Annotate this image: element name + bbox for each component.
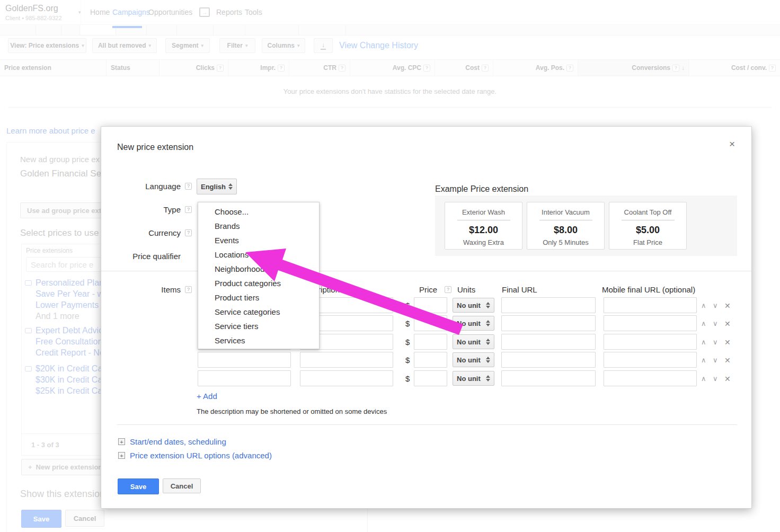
card-name: Exterior Wash bbox=[445, 208, 522, 216]
move-up-icon[interactable]: ∧ bbox=[701, 320, 706, 327]
type-option-service-tiers[interactable]: Service tiers bbox=[198, 319, 319, 333]
dates-scheduling-expander[interactable]: + Start/end dates, scheduling bbox=[118, 437, 226, 446]
type-dropdown-menu: Choose... Brands Events Locations Neighb… bbox=[198, 202, 320, 349]
item-mobile-url-input[interactable] bbox=[604, 370, 697, 386]
help-icon[interactable]: ? bbox=[185, 206, 192, 213]
cancel-button[interactable]: Cancel bbox=[163, 478, 201, 493]
item-price-input[interactable] bbox=[414, 370, 447, 386]
item-units-select[interactable]: No unit bbox=[453, 316, 494, 331]
item-units-select[interactable]: No unit bbox=[453, 298, 494, 313]
item-price-input[interactable] bbox=[414, 297, 447, 313]
item-row: $ No unit ∧ ∨ ✕ bbox=[101, 370, 751, 386]
section-divider bbox=[117, 424, 737, 425]
type-option-neighborhoods[interactable]: Neighborhoods bbox=[198, 262, 319, 276]
type-option-service-categories[interactable]: Service categories bbox=[198, 305, 319, 319]
type-option-locations[interactable]: Locations bbox=[198, 247, 319, 262]
move-down-icon[interactable]: ∨ bbox=[713, 375, 718, 383]
item-price-input[interactable] bbox=[414, 352, 447, 368]
card-divider bbox=[539, 220, 592, 220]
card-name: Interior Vacuum bbox=[527, 208, 604, 216]
save-button[interactable]: Save bbox=[118, 478, 159, 494]
example-heading: Example Price extension bbox=[435, 184, 528, 194]
item-header-input[interactable] bbox=[198, 352, 291, 368]
spinner-icon bbox=[486, 375, 490, 382]
remove-row-icon[interactable]: ✕ bbox=[724, 338, 731, 347]
item-price-input[interactable] bbox=[414, 334, 447, 350]
type-label: Type bbox=[101, 205, 181, 214]
help-icon[interactable]: ? bbox=[185, 183, 192, 190]
language-select[interactable]: English bbox=[197, 179, 237, 194]
remove-row-icon[interactable]: ✕ bbox=[724, 302, 731, 310]
item-row: $ No unit ∧ ∨ ✕ bbox=[101, 352, 751, 368]
item-mobile-url-input[interactable] bbox=[604, 297, 697, 313]
move-down-icon[interactable]: ∨ bbox=[713, 338, 718, 346]
card-divider bbox=[457, 220, 510, 220]
example-card: Exterior Wash $12.00 Waxing Extra bbox=[445, 202, 522, 250]
item-final-url-input[interactable] bbox=[501, 370, 596, 386]
expand-icon: + bbox=[118, 438, 125, 445]
remove-row-icon[interactable]: ✕ bbox=[724, 320, 731, 328]
item-description-input[interactable] bbox=[300, 370, 393, 386]
add-row-link[interactable]: + Add bbox=[197, 392, 217, 401]
move-down-icon[interactable]: ∨ bbox=[713, 302, 718, 309]
move-up-icon[interactable]: ∧ bbox=[701, 338, 706, 346]
example-panel: Exterior Wash $12.00 Waxing Extra Interi… bbox=[435, 196, 737, 256]
help-icon[interactable]: ? bbox=[185, 286, 192, 293]
currency-label: Currency bbox=[101, 228, 181, 237]
help-icon[interactable]: ? bbox=[185, 229, 192, 236]
units-value: No unit bbox=[457, 320, 481, 327]
col-final-url-label: Final URL bbox=[502, 285, 537, 294]
move-down-icon[interactable]: ∨ bbox=[713, 320, 718, 327]
col-units-label: Units bbox=[457, 285, 475, 294]
remove-row-icon[interactable]: ✕ bbox=[724, 356, 731, 365]
type-option-brands[interactable]: Brands bbox=[198, 219, 319, 233]
language-label: Language bbox=[101, 182, 181, 191]
card-price: $12.00 bbox=[445, 225, 522, 236]
spinner-icon bbox=[486, 339, 490, 345]
type-option-services[interactable]: Services bbox=[198, 333, 319, 348]
help-icon[interactable]: ? bbox=[445, 286, 451, 293]
item-price-input[interactable] bbox=[414, 315, 447, 331]
move-down-icon[interactable]: ∨ bbox=[713, 356, 718, 364]
close-icon[interactable]: × bbox=[729, 140, 735, 148]
type-option-events[interactable]: Events bbox=[198, 233, 319, 247]
units-value: No unit bbox=[457, 356, 481, 364]
spinner-icon bbox=[486, 302, 490, 308]
dialog-title: New price extension bbox=[117, 143, 193, 152]
example-card: Coolant Top Off $5.00 Flat Price bbox=[609, 202, 687, 250]
type-option-choose[interactable]: Choose... bbox=[198, 205, 319, 219]
type-option-product-tiers[interactable]: Product tiers bbox=[198, 290, 319, 305]
move-up-icon[interactable]: ∧ bbox=[701, 375, 706, 383]
currency-symbol: $ bbox=[405, 338, 410, 347]
item-mobile-url-input[interactable] bbox=[604, 334, 697, 350]
item-final-url-input[interactable] bbox=[501, 315, 596, 331]
language-value: English bbox=[201, 183, 226, 191]
item-final-url-input[interactable] bbox=[501, 297, 596, 313]
remove-row-icon[interactable]: ✕ bbox=[724, 375, 731, 383]
url-options-expander[interactable]: + Price extension URL options (advanced) bbox=[118, 451, 272, 460]
item-header-input[interactable] bbox=[198, 370, 291, 386]
item-units-select[interactable]: No unit bbox=[453, 352, 494, 367]
item-mobile-url-input[interactable] bbox=[604, 315, 697, 331]
card-price: $5.00 bbox=[609, 225, 686, 236]
items-label: Items bbox=[101, 285, 181, 294]
units-value: No unit bbox=[457, 338, 481, 346]
item-units-select[interactable]: No unit bbox=[453, 371, 494, 386]
col-price-label: Price bbox=[419, 285, 437, 294]
item-units-select[interactable]: No unit bbox=[453, 334, 494, 349]
move-up-icon[interactable]: ∧ bbox=[701, 302, 706, 309]
card-name: Coolant Top Off bbox=[609, 208, 686, 216]
card-note: Flat Price bbox=[609, 238, 686, 246]
price-qualifier-label: Price qualifier bbox=[101, 252, 181, 261]
move-up-icon[interactable]: ∧ bbox=[701, 356, 706, 364]
item-final-url-input[interactable] bbox=[501, 334, 596, 350]
type-option-product-categories[interactable]: Product categories bbox=[198, 276, 319, 290]
expand-icon: + bbox=[118, 452, 125, 459]
item-mobile-url-input[interactable] bbox=[604, 352, 697, 368]
card-divider bbox=[622, 220, 675, 220]
item-final-url-input[interactable] bbox=[501, 352, 596, 368]
currency-symbol: $ bbox=[405, 301, 410, 310]
expander-label: Start/end dates, scheduling bbox=[130, 437, 226, 446]
card-price: $8.00 bbox=[527, 225, 604, 236]
item-description-input[interactable] bbox=[300, 352, 393, 368]
